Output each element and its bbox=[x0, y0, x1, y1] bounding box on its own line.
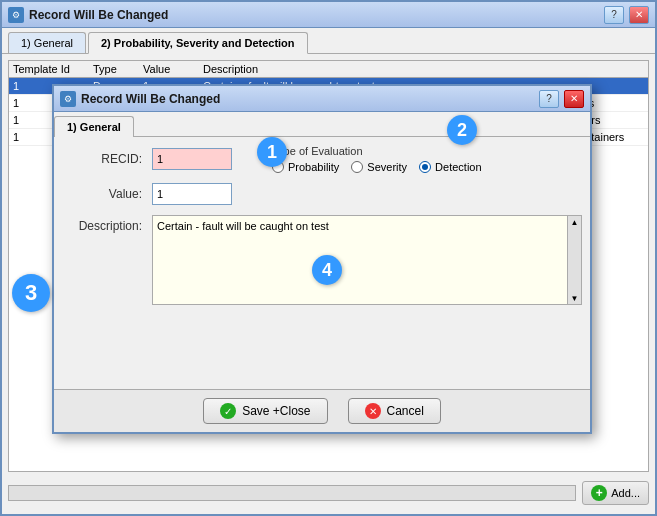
outer-window-title: Record Will Be Changed bbox=[29, 8, 599, 22]
detection-radio-dot bbox=[422, 164, 428, 170]
badge-1: 1 bbox=[257, 137, 287, 167]
detection-radio[interactable] bbox=[419, 161, 431, 173]
value-row: Value: bbox=[62, 183, 582, 205]
description-row: Description: ▲ ▼ 4 bbox=[62, 215, 582, 381]
type-eval-label: Type of Evaluation bbox=[272, 145, 482, 157]
radio-severity-label: Severity bbox=[367, 161, 407, 173]
value-input[interactable] bbox=[152, 183, 232, 205]
col-value: Value bbox=[143, 63, 203, 75]
add-button-label: Add... bbox=[611, 487, 640, 499]
scroll-down-arrow[interactable]: ▼ bbox=[569, 292, 581, 304]
bottom-bar: + Add... bbox=[8, 478, 649, 508]
severity-radio[interactable] bbox=[351, 161, 363, 173]
outer-titlebar: ⚙ Record Will Be Changed ? ✕ bbox=[2, 2, 655, 28]
inner-tab-general[interactable]: 1) General bbox=[54, 116, 134, 137]
col-template-id: Template Id bbox=[13, 63, 93, 75]
value-label: Value: bbox=[62, 187, 142, 201]
modal-bottom-bar: ✓ Save +Close ✕ Cancel bbox=[54, 389, 590, 432]
col-description: Description bbox=[203, 63, 644, 75]
add-icon: + bbox=[591, 485, 607, 501]
inner-help-button[interactable]: ? bbox=[539, 90, 559, 108]
save-close-label: Save +Close bbox=[242, 404, 310, 418]
description-label: Description: bbox=[62, 215, 142, 233]
inner-form-area: RECID: 1 2 Type of Evaluation bbox=[54, 145, 590, 389]
inner-window-title: Record Will Be Changed bbox=[81, 92, 534, 106]
outer-window: ⚙ Record Will Be Changed ? ✕ 1) General … bbox=[0, 0, 657, 516]
description-textarea[interactable] bbox=[152, 215, 568, 305]
scroll-up-arrow[interactable]: ▲ bbox=[569, 216, 581, 228]
inner-dialog: ⚙ Record Will Be Changed ? ✕ 1) General … bbox=[52, 84, 592, 434]
cancel-icon: ✕ bbox=[365, 403, 381, 419]
radio-group: Probability Severity bbox=[272, 161, 482, 173]
radio-severity[interactable]: Severity bbox=[351, 161, 407, 173]
description-panel: ▲ ▼ 4 bbox=[152, 215, 582, 305]
radio-probability-label: Probability bbox=[288, 161, 339, 173]
badge-4: 4 bbox=[312, 255, 342, 285]
form: RECID: 1 2 Type of Evaluation bbox=[62, 145, 582, 381]
inner-tab-bar: 1) General bbox=[54, 112, 590, 137]
badge-2: 2 bbox=[447, 115, 477, 145]
inner-window-icon: ⚙ bbox=[60, 91, 76, 107]
cancel-label: Cancel bbox=[387, 404, 424, 418]
table-header: Template Id Type Value Description bbox=[9, 61, 648, 78]
description-scrollbar[interactable]: ▲ ▼ bbox=[568, 215, 582, 305]
col-type: Type bbox=[93, 63, 143, 75]
tab-general[interactable]: 1) General bbox=[8, 32, 86, 53]
recid-label: RECID: bbox=[62, 152, 142, 166]
outer-window-icon: ⚙ bbox=[8, 7, 24, 23]
radio-detection[interactable]: Detection bbox=[419, 161, 481, 173]
tab-probability-severity-detection[interactable]: 2) Probability, Severity and Detection bbox=[88, 32, 308, 54]
radio-detection-label: Detection bbox=[435, 161, 481, 173]
outer-content: Template Id Type Value Description 1 D 1… bbox=[2, 54, 655, 514]
recid-input[interactable] bbox=[152, 148, 232, 170]
inner-titlebar: ⚙ Record Will Be Changed ? ✕ bbox=[54, 86, 590, 112]
horizontal-scrollbar[interactable] bbox=[8, 485, 576, 501]
cancel-button[interactable]: ✕ Cancel bbox=[348, 398, 441, 424]
badge-3: 3 bbox=[12, 274, 50, 312]
type-of-evaluation-group: 2 Type of Evaluation Probability bbox=[272, 145, 482, 173]
outer-close-button[interactable]: ✕ bbox=[629, 6, 649, 24]
add-button[interactable]: + Add... bbox=[582, 481, 649, 505]
outer-tab-bar: 1) General 2) Probability, Severity and … bbox=[2, 28, 655, 54]
outer-help-button[interactable]: ? bbox=[604, 6, 624, 24]
save-icon: ✓ bbox=[220, 403, 236, 419]
recid-row: RECID: 1 2 Type of Evaluation bbox=[62, 145, 582, 173]
save-close-button[interactable]: ✓ Save +Close bbox=[203, 398, 327, 424]
inner-close-button[interactable]: ✕ bbox=[564, 90, 584, 108]
